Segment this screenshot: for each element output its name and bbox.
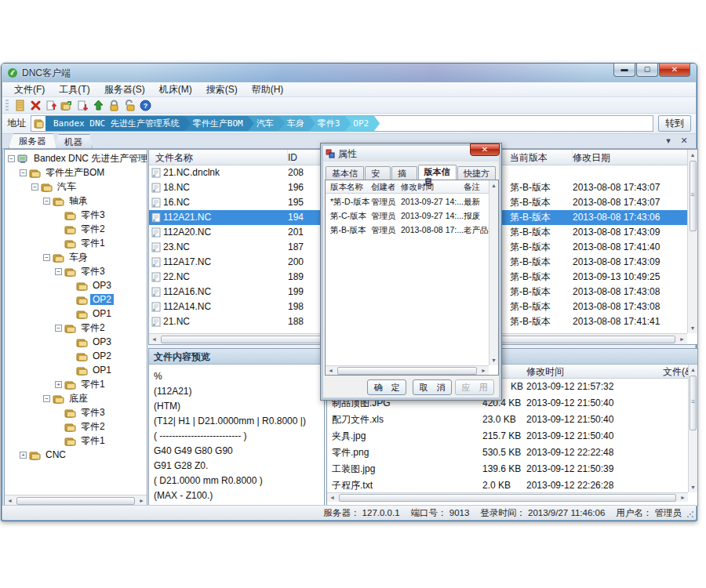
toolbar-grip[interactable]: [5, 100, 9, 111]
list-item[interactable]: 工装图.jpg139.6 KB2013-09-12 21:50:39: [327, 461, 688, 477]
collapse-icon[interactable]: −: [43, 198, 50, 205]
menu-item-1[interactable]: 工具(T): [52, 82, 96, 98]
tree-item-零件2-19[interactable]: 零件2: [5, 419, 147, 434]
breadcrumb-segment-4[interactable]: 零件3: [310, 115, 351, 132]
minimize-button[interactable]: ▬: [613, 64, 635, 77]
version-row[interactable]: 第-C-版本管理员2013-09-27 14:...报废: [326, 209, 489, 223]
tree-item-OP2-14[interactable]: OP2: [5, 349, 147, 363]
tree-item-零件1-16[interactable]: +零件1: [5, 377, 147, 391]
menu-item-3[interactable]: 机床(M): [152, 82, 199, 98]
tree-item-Bandex DNC 先进生产管理系统-0[interactable]: −Bandex DNC 先进生产管理系统: [5, 151, 147, 165]
tree-item-底座-17[interactable]: −底座: [5, 391, 147, 405]
tree-item-车身-7[interactable]: −车身: [5, 250, 147, 264]
version-mtime: 2013-09-27 14:...: [401, 194, 464, 209]
titlebar[interactable]: DNC客户端 ▬ ▢ ✕: [2, 64, 697, 82]
file-id: 194: [288, 210, 304, 225]
collapse-icon[interactable]: −: [20, 169, 27, 176]
dialog-tab-3[interactable]: 版本信息: [418, 165, 457, 180]
menu-item-2[interactable]: 服务器(S): [97, 82, 152, 98]
collapse-icon[interactable]: −: [43, 395, 50, 402]
dialog-tab-0[interactable]: 基本信息: [326, 166, 364, 180]
checkin-file-icon: [45, 100, 57, 111]
maximize-button[interactable]: ▢: [636, 64, 658, 77]
version-row[interactable]: *第-D-版本管理员2013-09-27 14:...最新: [326, 194, 489, 209]
tree-item-轴承-3[interactable]: −轴承: [5, 194, 147, 208]
tree-item-OP1-11[interactable]: OP1: [5, 307, 147, 321]
file-list-column-0[interactable]: 文件名称: [154, 150, 288, 165]
tree-item-OP3-13[interactable]: OP3: [5, 335, 147, 349]
expand-icon[interactable]: +: [55, 381, 62, 388]
tab-machine[interactable]: 机器: [54, 134, 93, 148]
file-list-column-3[interactable]: 修改日期: [573, 150, 690, 165]
version-row[interactable]: 第-B-版本管理员2013-08-08 17:...老产品程序: [326, 223, 489, 237]
collapse-icon: [67, 339, 74, 346]
panel-close-icon[interactable]: ✕: [679, 136, 690, 146]
file-list-vscrollbar[interactable]: ▲ ▼: [687, 150, 697, 333]
collapse-icon[interactable]: −: [43, 254, 50, 261]
menu-item-4[interactable]: 搜索(S): [199, 82, 245, 98]
collapse-icon[interactable]: −: [31, 183, 38, 191]
tree-item-零件生产BOM-1[interactable]: −零件生产BOM: [5, 165, 147, 180]
new-file-icon: [14, 100, 26, 111]
checkout-file-button[interactable]: [75, 98, 90, 112]
breadcrumb[interactable]: Bandex DNC 先进生产管理系统零件生产BOM汽车车身零件3OP2: [31, 115, 653, 132]
file-list-column-2[interactable]: 当前版本: [510, 150, 573, 165]
version-column-3[interactable]: 备注: [464, 180, 480, 194]
dialog-tab-4[interactable]: 快捷方式: [457, 166, 496, 180]
resize-grip[interactable]: [686, 510, 694, 518]
checkin-file-button[interactable]: [43, 98, 59, 112]
tree-item-零件1-20[interactable]: 零件1: [5, 434, 147, 448]
breadcrumb-segment-1[interactable]: 零件生产BOM: [185, 115, 254, 132]
lock-button[interactable]: [106, 98, 122, 112]
dialog-tab-1[interactable]: 安全: [365, 166, 391, 180]
file-version: 第-B-版本: [510, 225, 551, 240]
delete-button[interactable]: [27, 98, 43, 112]
tree-item-CNC-21[interactable]: +CNC: [5, 448, 147, 462]
breadcrumb-segment-0[interactable]: Bandex DNC 先进生产管理系统: [45, 115, 191, 132]
tree-item-零件3-8[interactable]: −零件3: [5, 264, 147, 278]
tree-item-零件1-6[interactable]: 零件1: [5, 236, 147, 250]
cancel-button[interactable]: 取 消: [413, 379, 452, 395]
list-item[interactable]: 配刀文件.xls23.0 KB2013-09-12 21:50:40: [327, 412, 688, 428]
attachment-column-2[interactable]: 文件(&: [663, 365, 691, 379]
tree-hscrollbar[interactable]: ◄►: [5, 495, 147, 506]
new-file-button[interactable]: [12, 98, 27, 112]
expand-icon[interactable]: +: [20, 452, 27, 459]
dialog-tab-2[interactable]: 摘要: [391, 166, 417, 180]
folder-icon: [64, 210, 76, 220]
version-column-0[interactable]: 版本名称: [330, 180, 363, 194]
unlock-button[interactable]: [122, 98, 137, 112]
tree-item-零件2-12[interactable]: −零件2: [5, 321, 147, 335]
ok-button[interactable]: 确 定: [367, 379, 406, 395]
tree-item-OP2-10[interactable]: OP2: [5, 292, 147, 307]
tree-item-零件3-18[interactable]: 零件3: [5, 405, 147, 419]
tree-item-OP3-9[interactable]: OP3: [5, 278, 147, 292]
dialog-close-button[interactable]: ✕: [470, 143, 500, 156]
version-hscrollbar[interactable]: ◄►: [326, 365, 489, 375]
collapse-icon[interactable]: −: [8, 155, 15, 162]
attachment-hscrollbar[interactable]: ◄►: [327, 492, 688, 502]
tree-item-汽车-2[interactable]: −汽车: [5, 180, 147, 194]
preview-line: ( D21.0000 mm R0.8000 ): [154, 474, 319, 488]
tree-item-零件3-4[interactable]: 零件3: [5, 208, 147, 222]
attachment-vscrollbar[interactable]: ▲ ▼: [688, 365, 697, 492]
menu-item-5[interactable]: 帮助(H): [245, 82, 291, 98]
version-column-1[interactable]: 创建者: [371, 180, 396, 194]
send-upload-button[interactable]: [90, 98, 106, 112]
collapse-icon[interactable]: −: [55, 268, 62, 275]
attachment-column-1[interactable]: 修改时间: [526, 365, 564, 379]
list-item[interactable]: 子程序.txt2.0 KB2013-09-12 22:26:28: [327, 477, 688, 494]
tree-item-OP1-15[interactable]: OP1: [5, 363, 147, 377]
list-item[interactable]: 夹具.jpg215.7 KB2013-09-12 21:50:40: [327, 428, 688, 445]
close-button[interactable]: ✕: [659, 64, 690, 77]
menu-item-0[interactable]: 文件(F): [7, 82, 52, 98]
tree-item-零件2-5[interactable]: 零件2: [5, 222, 147, 236]
list-item[interactable]: 零件.png530.5 KB2013-09-12 22:22:48: [327, 445, 688, 461]
tab-server[interactable]: 服务器: [9, 133, 56, 148]
chevron-down-icon[interactable]: ▾: [663, 136, 674, 146]
export-folder-button[interactable]: [59, 98, 75, 112]
help-button[interactable]: ?: [137, 98, 153, 112]
go-button[interactable]: 转到: [658, 115, 691, 132]
collapse-icon[interactable]: −: [55, 325, 62, 332]
version-vscrollbar[interactable]: ▲▼: [489, 180, 498, 365]
